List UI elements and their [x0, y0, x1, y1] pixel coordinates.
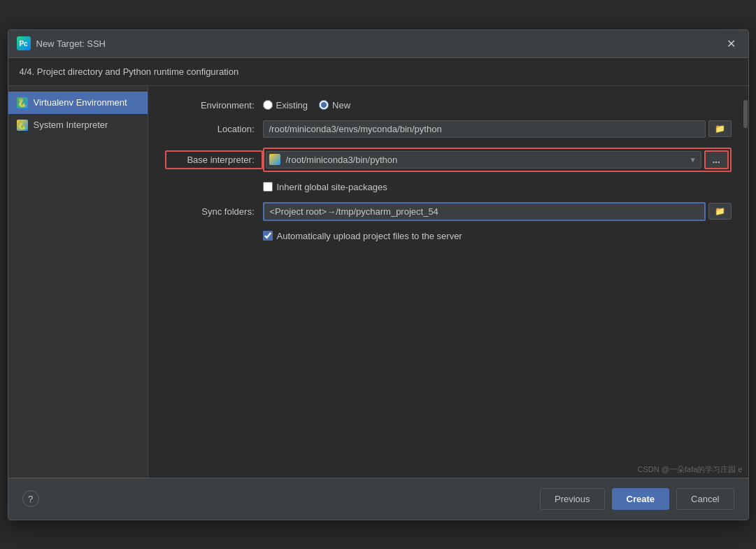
footer: ? Previous Create Cancel: [8, 478, 748, 520]
location-folder-button[interactable]: 📁: [708, 120, 732, 137]
base-interpreter-field: /root/miniconda3/bin/python ▼ ...: [263, 148, 732, 172]
sidebar-item-system-label: System Interpreter: [34, 120, 108, 130]
existing-radio-option[interactable]: Existing: [263, 100, 308, 110]
new-radio-option[interactable]: New: [319, 100, 350, 110]
location-input[interactable]: [263, 120, 706, 138]
inherit-checkbox-option[interactable]: Inherit global site-packages: [263, 182, 387, 192]
sync-folders-label: Sync folders:: [165, 206, 263, 217]
help-label: ?: [28, 494, 33, 504]
title-bar-left: Pc New Target: SSH: [17, 36, 106, 50]
environment-label: Environment:: [165, 100, 263, 110]
new-label: New: [332, 100, 350, 110]
environment-radio-group: Existing New: [263, 100, 351, 110]
sync-folders-row: Sync folders: 📁: [165, 202, 732, 221]
sync-folders-input[interactable]: [263, 202, 706, 221]
inherit-checkbox-row: Inherit global site-packages: [263, 182, 732, 192]
venv-icon: 🐍: [17, 97, 28, 108]
sync-folders-input-row: 📁: [263, 202, 732, 221]
python-icon: 🐍: [17, 120, 28, 131]
watermark: CSDN @一朵fafa的学习庄园 e: [638, 464, 743, 475]
sidebar-item-virtualenv[interactable]: 🐍 Virtualenv Environment: [8, 92, 148, 114]
new-radio[interactable]: [319, 100, 329, 110]
auto-upload-label: Automatically upload project files to th…: [277, 231, 462, 241]
base-interpreter-row: Base interpreter: /root/miniconda3/bin/p…: [165, 148, 732, 172]
scrollbar-thumb: [743, 100, 748, 128]
sidebar: 🐍 Virtualenv Environment 🐍 System Interp…: [8, 86, 148, 478]
content: 🐍 Virtualenv Environment 🐍 System Interp…: [8, 86, 748, 478]
help-button[interactable]: ?: [22, 490, 39, 507]
dialog: Pc New Target: SSH ✕ 4/4. Project direct…: [8, 29, 749, 520]
interpreter-select[interactable]: /root/miniconda3/bin/python: [283, 152, 685, 168]
main-form: Environment: Existing New Location:: [148, 86, 748, 478]
title-bar: Pc New Target: SSH ✕: [8, 30, 748, 58]
base-interpreter-label: Base interpreter:: [165, 150, 263, 169]
cancel-button[interactable]: Cancel: [676, 488, 734, 510]
existing-label: Existing: [276, 100, 308, 110]
auto-upload-checkbox-option[interactable]: Automatically upload project files to th…: [263, 231, 462, 241]
auto-upload-checkbox-row: Automatically upload project files to th…: [263, 231, 732, 241]
dropdown-arrow-icon: ▼: [685, 156, 701, 164]
pycharm-icon: Pc: [17, 36, 31, 50]
auto-upload-checkbox[interactable]: [263, 231, 273, 241]
existing-radio[interactable]: [263, 100, 273, 110]
subtitle-bar: 4/4. Project directory and Python runtim…: [8, 58, 748, 86]
interpreter-browse-button[interactable]: ...: [704, 150, 729, 169]
location-label: Location:: [165, 124, 263, 134]
scrollbar[interactable]: [743, 86, 748, 478]
close-button[interactable]: ✕: [722, 36, 740, 52]
subtitle-text: 4/4. Project directory and Python runtim…: [20, 66, 239, 77]
sidebar-item-system[interactable]: 🐍 System Interpreter: [8, 114, 148, 136]
python-interpreter-icon: [269, 154, 280, 165]
location-input-row: 📁: [263, 120, 732, 138]
inherit-label: Inherit global site-packages: [277, 182, 387, 192]
environment-row: Environment: Existing New: [165, 100, 732, 110]
interpreter-select-wrapper: /root/miniconda3/bin/python ▼: [266, 151, 701, 169]
create-button[interactable]: Create: [612, 488, 669, 510]
location-row: Location: 📁: [165, 120, 732, 138]
dialog-title: New Target: SSH: [36, 38, 106, 49]
previous-button[interactable]: Previous: [540, 488, 605, 510]
sidebar-item-virtualenv-label: Virtualenv Environment: [34, 97, 127, 108]
inherit-checkbox[interactable]: [263, 182, 273, 192]
sync-folders-folder-button[interactable]: 📁: [708, 203, 732, 220]
